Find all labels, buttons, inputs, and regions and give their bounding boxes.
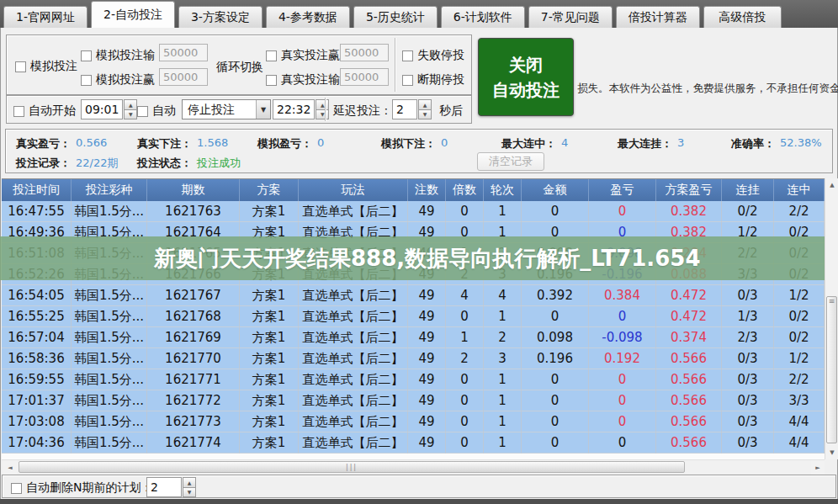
cell-play: 直选单式【后二】 — [299, 390, 408, 411]
horizontal-scrollbar[interactable]: ◄ ||| ► — [2, 459, 825, 474]
tab-5[interactable]: 5-历史统计 — [353, 6, 438, 28]
cell-profit: 0.384 — [589, 285, 656, 306]
horizontal-scroll-thumb[interactable]: ||| — [19, 461, 685, 473]
chevron-down-icon[interactable]: ▼ — [256, 100, 270, 119]
table-row[interactable]: 16:54:05韩国1.5分...1621767方案1直选单式【后二】49440… — [2, 285, 825, 306]
real-lose-checkbox[interactable]: 真实投注输 — [266, 72, 340, 88]
scroll-down-icon[interactable]: ▼ — [825, 446, 838, 459]
cell-play: 直选单式【后二】 — [299, 327, 408, 348]
column-header[interactable]: 轮次 — [484, 179, 522, 201]
auto-delete-spinner[interactable]: 2 ▲▼ — [146, 477, 196, 497]
scroll-right-icon[interactable]: ► — [811, 460, 825, 475]
table-row[interactable]: 17:04:36韩国1.5分...1621774方案1直选单式【后二】49010… — [2, 432, 825, 454]
auto-checkbox[interactable]: 自动 — [137, 103, 176, 119]
tab-1[interactable]: 1-官网网址 — [3, 6, 88, 28]
auto-delete-value: 2 — [146, 477, 182, 497]
tab-9[interactable]: 高级倍投 — [703, 6, 782, 28]
cell-plan: 方案1 — [240, 432, 299, 454]
cell-plan: 方案1 — [240, 306, 299, 327]
auto-start-checkbox[interactable]: 自动开始 — [13, 103, 76, 119]
column-header[interactable]: 倍数 — [446, 179, 484, 201]
column-header[interactable]: 注数 — [408, 179, 446, 201]
spinner-down-icon[interactable]: ▼ — [183, 487, 196, 498]
start-time-spinner[interactable]: 09:01 ▲▼ — [81, 99, 137, 119]
spinner-down-icon[interactable]: ▼ — [124, 109, 137, 120]
cell-bets: 49 — [408, 390, 446, 411]
tab-7[interactable]: 7-常见问题 — [528, 6, 613, 28]
scroll-up-icon[interactable]: ▲ — [825, 178, 838, 192]
real-lose-input[interactable] — [340, 68, 389, 86]
clear-records-button[interactable]: 清空记录 — [477, 152, 544, 171]
table-row[interactable]: 17:03:08韩国1.5分...1621773方案1直选单式【后二】49010… — [2, 411, 825, 432]
sim-win-checkbox[interactable]: 模拟投注赢 — [81, 72, 155, 88]
cell-lottery: 韩国1.5分... — [72, 369, 147, 390]
break-stop-label: 断期停投 — [417, 72, 464, 88]
cell-amount: 0.098 — [522, 327, 589, 348]
break-stop-checkbox[interactable]: 断期停投 — [402, 72, 464, 88]
vertical-scrollbar[interactable]: ▲ ≡ ▼ — [825, 178, 838, 459]
max-lose-value: 3 — [677, 136, 684, 151]
cell-round: 2 — [484, 327, 522, 348]
column-header[interactable]: 连挂 — [722, 179, 774, 201]
checkbox-icon — [266, 75, 277, 86]
column-header[interactable]: 方案 — [240, 179, 299, 201]
column-header[interactable]: 连中 — [774, 179, 825, 201]
spinner-down-icon[interactable]: ▼ — [316, 109, 329, 120]
tab-3[interactable]: 3-方案设定 — [178, 6, 263, 28]
vertical-scroll-thumb[interactable]: ≡ — [826, 296, 837, 443]
cell-round: 4 — [484, 285, 522, 306]
cell-round: 3 — [484, 348, 522, 369]
cell-plan_profit: 0.374 — [656, 327, 722, 348]
cell-profit: 0 — [589, 201, 656, 222]
table-row[interactable]: 16:57:04韩国1.5分...1621769方案1直选单式【后二】49120… — [2, 327, 825, 348]
table-row[interactable]: 16:47:55韩国1.5分...1621763方案1直选单式【后二】49010… — [2, 201, 825, 222]
tab-2[interactable]: 2-自动投注 — [91, 1, 175, 28]
real-bet-value: 1.568 — [197, 136, 228, 151]
scroll-left-icon[interactable]: ◄ — [3, 460, 17, 475]
cell-period: 1621774 — [147, 432, 240, 454]
sim-lose-checkbox[interactable]: 模拟投注输 — [81, 48, 155, 63]
cell-round: 1 — [484, 411, 522, 432]
fail-stop-checkbox[interactable]: 失败停投 — [402, 48, 464, 63]
cell-plan_profit: 0.472 — [656, 306, 722, 327]
table-row[interactable]: 16:55:25韩国1.5分...1621768方案1直选单式【后二】49010… — [2, 306, 825, 327]
stop-time-spinner[interactable]: 22:32 ▲▼ — [273, 99, 329, 119]
cell-period: 1621773 — [147, 411, 240, 432]
real-win-input[interactable] — [340, 44, 389, 61]
table-row[interactable]: 16:59:55韩国1.5分...1621771方案1直选单式【后二】49010… — [2, 369, 825, 390]
sim-bet-checkbox[interactable]: 模拟投注 — [15, 59, 77, 74]
column-header[interactable]: 金额 — [522, 179, 589, 201]
watermark-text: 新奥门天天开奖结果888,数据导向执行解析_LT71.654 — [0, 244, 700, 273]
column-header[interactable]: 投注时间 — [2, 179, 72, 201]
sim-win-input[interactable] — [159, 68, 208, 86]
tab-4[interactable]: 4-参考数据 — [266, 6, 350, 28]
tab-8[interactable]: 倍投计算器 — [616, 6, 700, 28]
cell-amount: 0 — [522, 201, 589, 222]
cell-time: 16:47:55 — [2, 201, 72, 222]
cell-bets: 49 — [408, 369, 446, 390]
column-header[interactable]: 盈亏 — [589, 179, 656, 201]
window-bottom-edge — [0, 499, 838, 504]
tab-6[interactable]: 6-计划软件 — [441, 6, 525, 28]
spinner-down-icon[interactable]: ▼ — [418, 109, 432, 120]
cell-streak_win: 2/2 — [774, 369, 825, 390]
table-row[interactable]: 16:58:36韩国1.5分...1621770方案1直选单式【后二】49230… — [2, 348, 825, 369]
auto-delete-checkbox[interactable]: 自动删除N期前的计划： — [11, 480, 152, 496]
column-header[interactable]: 方案盈亏 — [656, 179, 722, 201]
close-auto-bet-button[interactable]: 关闭 自动投注 — [478, 38, 574, 116]
delay-spinner[interactable]: 2 ▲▼ — [392, 99, 432, 119]
real-win-checkbox[interactable]: 真实投注赢 — [266, 48, 340, 63]
table-row[interactable]: 17:01:37韩国1.5分...1621772方案1直选单式【后二】49010… — [2, 390, 825, 411]
cell-streak_win: 4/4 — [774, 411, 825, 432]
column-header[interactable]: 投注彩种 — [72, 179, 147, 201]
auto-delete-panel: 自动删除N期前的计划： 2 ▲▼ — [2, 475, 836, 498]
stop-mode-dropdown[interactable]: 停止投注 ▼ — [182, 99, 271, 119]
column-header[interactable]: 玩法 — [299, 179, 408, 201]
sim-lose-input[interactable] — [159, 44, 208, 61]
cell-lottery: 韩国1.5分... — [72, 432, 147, 454]
cell-play: 直选单式【后二】 — [299, 306, 408, 327]
cell-profit: 0 — [589, 369, 656, 390]
column-header[interactable]: 期数 — [147, 179, 240, 201]
cell-play: 直选单式【后二】 — [299, 369, 408, 390]
delay-suffix-label: 秒后 — [439, 103, 463, 119]
